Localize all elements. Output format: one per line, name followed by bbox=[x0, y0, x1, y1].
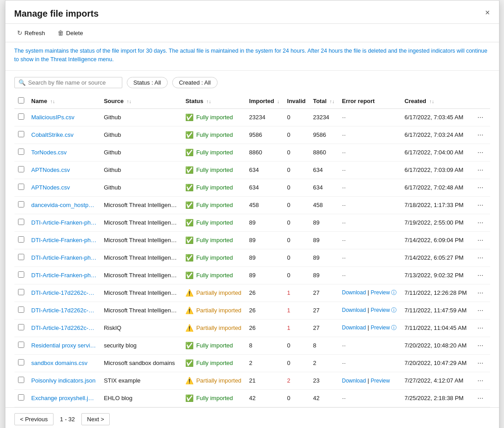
row-checkbox[interactable] bbox=[18, 113, 24, 120]
row-checkbox-cell[interactable] bbox=[14, 372, 28, 389]
delete-button[interactable]: 🗑 Delete bbox=[55, 27, 86, 38]
row-actions-cell[interactable]: ··· bbox=[471, 108, 490, 126]
row-more-button[interactable]: ··· bbox=[475, 183, 486, 193]
row-checkbox[interactable] bbox=[18, 131, 24, 137]
row-checkbox-cell[interactable] bbox=[14, 144, 28, 161]
row-more-button[interactable]: ··· bbox=[475, 218, 486, 228]
row-checkbox[interactable] bbox=[18, 289, 24, 295]
row-checkbox-cell[interactable] bbox=[14, 249, 28, 266]
row-actions-cell[interactable]: ··· bbox=[471, 337, 490, 354]
row-checkbox-cell[interactable] bbox=[14, 179, 28, 196]
search-input[interactable] bbox=[28, 79, 118, 86]
row-more-button[interactable]: ··· bbox=[475, 323, 486, 333]
row-more-button[interactable]: ··· bbox=[475, 130, 486, 140]
row-checkbox-cell[interactable] bbox=[14, 126, 28, 144]
row-checkbox[interactable] bbox=[18, 219, 24, 225]
row-checkbox[interactable] bbox=[18, 149, 24, 155]
error-report-link[interactable]: Download bbox=[342, 289, 366, 296]
row-checkbox[interactable] bbox=[18, 236, 24, 243]
select-all-checkbox[interactable] bbox=[18, 97, 24, 104]
row-more-button[interactable]: ··· bbox=[475, 341, 486, 351]
row-checkbox-cell[interactable] bbox=[14, 266, 28, 284]
row-checkbox[interactable] bbox=[18, 201, 24, 207]
row-checkbox-cell[interactable] bbox=[14, 354, 28, 372]
row-checkbox[interactable] bbox=[18, 342, 24, 348]
row-actions-cell[interactable]: ··· bbox=[471, 372, 490, 389]
row-more-button[interactable]: ··· bbox=[475, 148, 486, 158]
row-checkbox[interactable] bbox=[18, 306, 24, 313]
row-actions-cell[interactable]: ··· bbox=[471, 266, 490, 284]
row-checkbox-cell[interactable] bbox=[14, 302, 28, 319]
row-more-button[interactable]: ··· bbox=[475, 200, 486, 210]
error-report-link[interactable]: Preview ⓘ bbox=[370, 289, 397, 296]
row-more-button[interactable]: ··· bbox=[475, 113, 486, 122]
header-created-col[interactable]: Created ↑↓ bbox=[401, 93, 471, 109]
row-checkbox[interactable] bbox=[18, 324, 24, 330]
header-status-col[interactable]: Status ↑↓ bbox=[182, 93, 245, 109]
row-checkbox-cell[interactable] bbox=[14, 337, 28, 354]
header-name-col[interactable]: Name ↑↓ bbox=[28, 93, 100, 109]
search-box[interactable]: 🔍 bbox=[14, 77, 122, 88]
error-report-link[interactable]: Download bbox=[342, 324, 366, 331]
row-checkbox[interactable] bbox=[18, 377, 24, 383]
row-more-button[interactable]: ··· bbox=[475, 306, 486, 315]
close-icon-button[interactable]: × bbox=[483, 7, 492, 18]
row-checkbox-cell[interactable] bbox=[14, 214, 28, 231]
row-actions-cell[interactable]: ··· bbox=[471, 196, 490, 214]
error-report-link[interactable]: Download bbox=[342, 378, 366, 384]
row-checkbox-cell[interactable] bbox=[14, 389, 28, 407]
row-more-button[interactable]: ··· bbox=[475, 270, 486, 280]
error-report-link[interactable]: Preview bbox=[370, 378, 390, 384]
row-actions-cell[interactable]: ··· bbox=[471, 144, 490, 161]
row-checkbox[interactable] bbox=[18, 184, 24, 190]
row-checkbox[interactable] bbox=[18, 359, 24, 365]
refresh-button[interactable]: ↻ Refresh bbox=[14, 27, 48, 38]
header-imported-col[interactable]: Imported ↓ bbox=[245, 93, 283, 109]
row-checkbox-cell[interactable] bbox=[14, 319, 28, 337]
row-actions-cell[interactable]: ··· bbox=[471, 354, 490, 372]
row-created-cell: 7/14/2022, 6:05:27 PM bbox=[401, 249, 471, 266]
error-report-link[interactable]: Preview ⓘ bbox=[370, 307, 397, 313]
header-source-col[interactable]: Source ↑↓ bbox=[100, 93, 182, 109]
header-total-col[interactable]: Total ↑↓ bbox=[309, 93, 338, 109]
status-full-icon: ✅ bbox=[185, 184, 194, 192]
row-actions-cell[interactable]: ··· bbox=[471, 179, 490, 196]
row-checkbox-cell[interactable] bbox=[14, 161, 28, 179]
row-checkbox[interactable] bbox=[18, 271, 24, 278]
row-more-button[interactable]: ··· bbox=[475, 288, 486, 298]
row-actions-cell[interactable]: ··· bbox=[471, 389, 490, 407]
next-button[interactable]: Next > bbox=[81, 413, 110, 425]
row-more-button[interactable]: ··· bbox=[475, 165, 486, 175]
dialog-header: Manage file imports × bbox=[5, 0, 499, 24]
row-name-cell: DTI-Article-Franken-phish.csv bbox=[28, 266, 100, 284]
row-actions-cell[interactable]: ··· bbox=[471, 284, 490, 302]
row-actions-cell[interactable]: ··· bbox=[471, 249, 490, 266]
row-more-button[interactable]: ··· bbox=[475, 358, 486, 368]
error-report-link[interactable]: Download bbox=[342, 307, 366, 313]
error-report-link[interactable]: Preview ⓘ bbox=[370, 324, 397, 331]
header-invalid-col[interactable]: Invalid bbox=[284, 93, 310, 109]
row-more-button[interactable]: ··· bbox=[475, 393, 486, 403]
created-filter-chip[interactable]: Created : All bbox=[172, 77, 218, 88]
row-checkbox-cell[interactable] bbox=[14, 196, 28, 214]
row-actions-cell[interactable]: ··· bbox=[471, 231, 490, 249]
row-checkbox[interactable] bbox=[18, 254, 24, 260]
row-checkbox[interactable] bbox=[18, 166, 24, 172]
row-actions-cell[interactable]: ··· bbox=[471, 161, 490, 179]
header-checkbox-col[interactable] bbox=[14, 93, 28, 109]
row-checkbox[interactable] bbox=[18, 394, 24, 401]
previous-button[interactable]: < Previous bbox=[14, 413, 54, 425]
row-actions-cell[interactable]: ··· bbox=[471, 214, 490, 231]
row-more-button[interactable]: ··· bbox=[475, 235, 486, 245]
status-filter-chip[interactable]: Status : All bbox=[127, 77, 168, 88]
row-more-button[interactable]: ··· bbox=[475, 376, 486, 386]
row-checkbox-cell[interactable] bbox=[14, 108, 28, 126]
row-checkbox-cell[interactable] bbox=[14, 284, 28, 302]
row-imported-cell: 634 bbox=[245, 161, 283, 179]
row-actions-cell[interactable]: ··· bbox=[471, 319, 490, 337]
row-checkbox-cell[interactable] bbox=[14, 231, 28, 249]
row-actions-cell[interactable]: ··· bbox=[471, 126, 490, 144]
row-more-button[interactable]: ··· bbox=[475, 253, 486, 263]
row-created-cell: 7/25/2022, 2:18:38 PM bbox=[401, 389, 471, 407]
row-actions-cell[interactable]: ··· bbox=[471, 302, 490, 319]
